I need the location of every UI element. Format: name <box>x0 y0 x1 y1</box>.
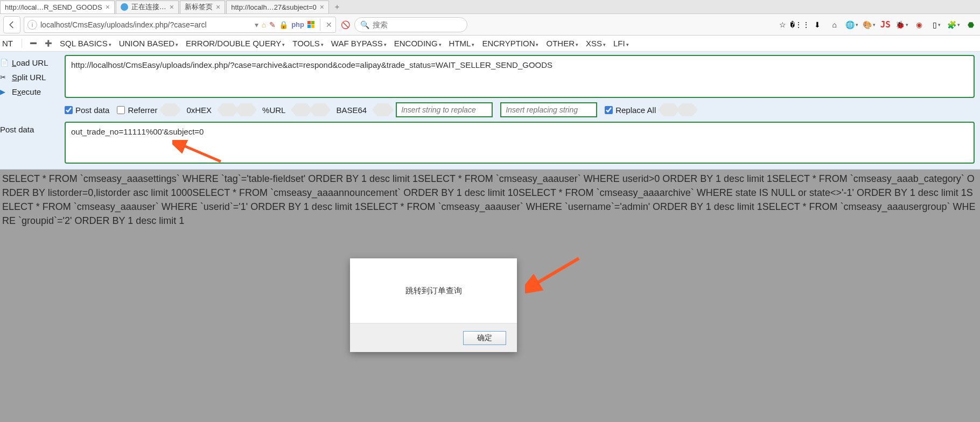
scissors-icon: ✂ <box>0 73 8 81</box>
menu-other[interactable]: OTHER <box>546 39 578 48</box>
loading-icon <box>121 3 128 11</box>
search-icon: 🔍 <box>360 20 369 29</box>
menu-error-double[interactable]: ERROR/DOUBLE QUERY <box>186 39 285 48</box>
close-icon[interactable]: × <box>106 3 110 11</box>
b64-left-button[interactable] <box>314 103 325 116</box>
chevron-down-icon <box>536 39 538 48</box>
home-icon[interactable]: ⌂ <box>829 19 841 31</box>
menu-encoding[interactable]: ENCODING <box>394 39 442 48</box>
shield-icon[interactable]: ⬣ <box>965 19 977 31</box>
chevron-down-icon <box>472 39 474 48</box>
url-left-button[interactable] <box>241 103 251 116</box>
nt-dropdown[interactable]: NT <box>2 39 22 48</box>
close-icon[interactable]: × <box>320 3 324 11</box>
folder-icon: 📄 <box>0 59 8 67</box>
hackbar-left: 📄Load URL ✂Split URL ▶Execute <box>0 55 60 164</box>
lock-icon[interactable]: 🔒 <box>279 20 288 29</box>
chevron-down-icon <box>176 39 178 48</box>
close-icon[interactable]: × <box>216 3 220 11</box>
tab-title: 新标签页 <box>185 2 213 12</box>
js-icon[interactable]: JS <box>880 19 891 30</box>
browser-tabstrip: http://local…R_SEND_GOODS × 正在连接… × 新标签页… <box>0 0 980 14</box>
chevron-down-icon <box>109 39 111 48</box>
browser-tab[interactable]: http://localh…27&subject=0 × <box>226 1 329 13</box>
split-url-button[interactable]: ✂Split URL <box>0 73 60 82</box>
url-text: localhost/CmsEasy/uploads/index.php/?cas… <box>40 20 251 29</box>
home-icon[interactable]: ⌂ <box>262 20 266 29</box>
chevron-down-icon <box>603 39 606 48</box>
annotation-arrow-icon <box>525 256 584 293</box>
browser-tab[interactable]: http://local…R_SEND_GOODS × <box>0 1 115 13</box>
menu-html[interactable]: HTML <box>449 39 475 48</box>
load-url-button[interactable]: 📄Load URL <box>0 58 60 67</box>
alert-message: 跳转到订单查询 <box>350 258 517 323</box>
b64-right-button[interactable] <box>377 103 388 116</box>
chevron-down-icon <box>282 39 285 48</box>
php-icon[interactable]: php <box>291 20 304 29</box>
replace-to-input[interactable] <box>500 102 597 117</box>
menu-union-based[interactable]: UNION BASED <box>119 39 178 48</box>
new-tab-button[interactable]: ＋ <box>330 1 344 13</box>
toolbar-right: ☆ �⋮⋮ ⬇ ⌂ 🌐 🎨 JS 🐞 ◉ ▯ 🧩 ⬣ <box>777 19 977 31</box>
search-box[interactable]: 🔍 <box>354 17 467 32</box>
b64-label: BASE64 <box>333 105 370 115</box>
hackbar-menu: NT ➖ ➕ SQL BASICS UNION BASED ERROR/DOUB… <box>0 36 980 52</box>
menu-tools[interactable]: TOOLS <box>292 39 324 48</box>
page-sql-output: SELECT * FROM `cmseasy_aaasettings` WHER… <box>0 170 980 230</box>
svg-line-1 <box>533 258 579 285</box>
bookmark-star-icon[interactable]: ☆ <box>777 19 789 31</box>
menu-sql-basics[interactable]: SQL BASICS <box>60 39 111 48</box>
noscript-icon[interactable]: 🚫 <box>339 19 351 31</box>
stop-icon[interactable]: ✕ <box>326 20 332 29</box>
tab-title: 正在连接… <box>131 2 166 12</box>
bug-icon[interactable]: 🐞 <box>896 19 908 31</box>
minus-icon[interactable]: ➖ <box>30 40 37 47</box>
ok-button[interactable]: 确定 <box>463 331 506 345</box>
record-icon[interactable]: ◉ <box>913 19 925 31</box>
execute-button[interactable]: ▶Execute <box>0 87 60 96</box>
alert-dialog: 跳转到订单查询 确定 <box>350 258 517 352</box>
palette-icon[interactable]: 🎨 <box>863 19 875 31</box>
hackbar-mid: Post data Referrer 0xHEX %URL BASE64 Rep… <box>65 55 975 164</box>
back-button[interactable] <box>3 16 20 33</box>
feather-icon[interactable]: ✎ <box>269 20 276 29</box>
sidebar-icon[interactable]: ▯ <box>930 19 942 31</box>
menu-xss[interactable]: XSS <box>586 39 606 48</box>
extension-icon[interactable]: 🧩 <box>948 19 960 31</box>
globe-icon[interactable]: 🌐 <box>846 19 858 31</box>
chevron-down-icon <box>384 39 387 48</box>
library-icon[interactable]: �⋮⋮ <box>794 19 806 31</box>
address-bar[interactable]: i localhost/CmsEasy/uploads/index.php/?c… <box>24 17 336 33</box>
referrer-checkbox[interactable]: Referrer <box>117 105 157 115</box>
info-icon[interactable]: i <box>27 20 37 30</box>
tab-title: http://localh…27&subject=0 <box>231 3 317 11</box>
plus-icon[interactable]: ➕ <box>45 40 52 47</box>
postdata-checkbox[interactable]: Post data <box>65 105 109 115</box>
menu-lfi[interactable]: LFI <box>613 39 629 48</box>
hex-right-button[interactable] <box>222 103 233 116</box>
url-right-button[interactable] <box>296 103 307 116</box>
menu-waf-bypass[interactable]: WAF BYPASS <box>331 39 387 48</box>
browser-tab[interactable]: 新标签页 × <box>180 1 225 13</box>
url-input[interactable] <box>65 55 975 98</box>
tab-title: http://local…R_SEND_GOODS <box>5 3 102 11</box>
menu-encryption[interactable]: ENCRYPTION <box>482 39 538 48</box>
replace-run-button[interactable] <box>663 103 674 116</box>
browser-tab[interactable]: 正在连接… × <box>116 1 179 13</box>
close-icon[interactable]: × <box>170 3 174 11</box>
chevron-down-icon <box>626 39 629 48</box>
search-input[interactable] <box>373 20 461 29</box>
hex-left-button[interactable] <box>165 103 176 116</box>
chevron-down-icon <box>439 39 442 48</box>
options-row: Post data Referrer 0xHEX %URL BASE64 Rep… <box>65 102 975 117</box>
post-data-input[interactable] <box>65 122 975 164</box>
download-icon[interactable]: ⬇ <box>811 19 823 31</box>
chevron-down-icon <box>321 39 324 48</box>
alert-footer: 确定 <box>350 323 517 352</box>
replace-run2-button[interactable] <box>682 103 692 116</box>
replace-all-checkbox[interactable]: Replace All <box>605 105 656 115</box>
post-data-label: Post data <box>0 122 60 134</box>
windows-icon[interactable] <box>307 21 314 28</box>
dropdown-icon[interactable]: ▾ <box>255 20 258 29</box>
replace-from-input[interactable] <box>396 102 493 117</box>
